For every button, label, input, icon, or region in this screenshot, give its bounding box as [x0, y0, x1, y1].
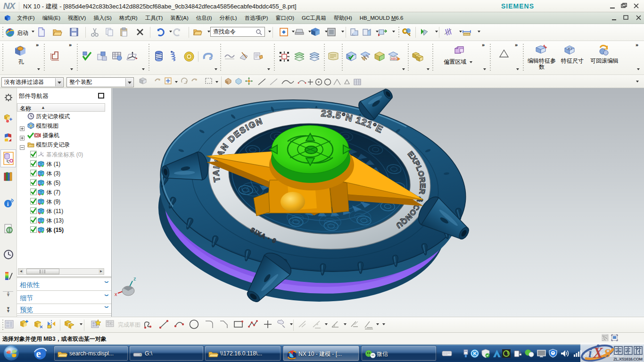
svg-text:i: i: [588, 346, 592, 360]
svg-text:z: z: [133, 276, 136, 281]
svg-text:ZL.XS1616.COM: ZL.XS1616.COM: [613, 357, 643, 362]
svg-text:x: x: [115, 291, 117, 297]
svg-text:NX: NX: [3, 1, 16, 11]
svg-text:S: S: [604, 346, 611, 360]
svg-text:K: K: [473, 351, 477, 356]
svg-text:ABC: ABC: [391, 57, 397, 60]
svg-text:X?: X?: [568, 47, 572, 51]
svg-text:X: X: [593, 345, 603, 361]
